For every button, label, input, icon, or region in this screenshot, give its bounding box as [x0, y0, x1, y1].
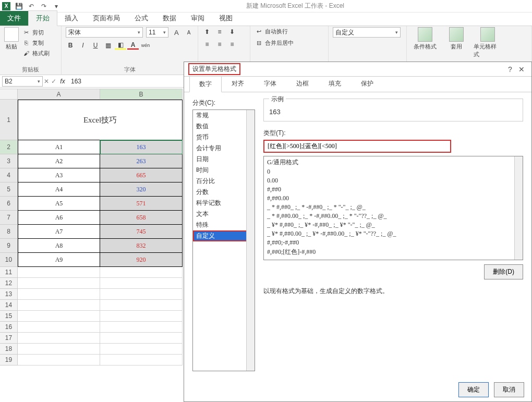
- merge-center-button[interactable]: ⊟合并后居中: [255, 39, 294, 47]
- cell[interactable]: 163: [100, 140, 183, 154]
- type-list-item[interactable]: #,##0.00: [266, 194, 521, 203]
- paste-button[interactable]: 粘贴: [4, 27, 19, 51]
- font-color-button[interactable]: A: [128, 41, 138, 50]
- cell[interactable]: [100, 311, 183, 322]
- tab-view[interactable]: 视图: [212, 11, 240, 26]
- format-type-list[interactable]: G/通用格式00.00#,##0#,##0.00_ * #,##0_ ;_ * …: [263, 156, 523, 260]
- row-header-14[interactable]: 14: [0, 300, 18, 311]
- cancel-entry-icon[interactable]: ✕: [43, 78, 50, 85]
- undo-icon[interactable]: ↶: [27, 2, 35, 10]
- bold-button[interactable]: B: [66, 41, 75, 50]
- cell[interactable]: [100, 344, 183, 355]
- type-list-item[interactable]: _ ¥* #,##0_ ;_ ¥* -#,##0_ ;_ ¥* "-"_ ;_ …: [266, 221, 521, 229]
- row-header-4[interactable]: 4: [0, 168, 18, 182]
- cell[interactable]: [18, 355, 100, 366]
- cell[interactable]: [18, 267, 100, 278]
- cell[interactable]: [18, 300, 100, 311]
- cell[interactable]: A7: [18, 225, 100, 239]
- align-middle-button[interactable]: ≡: [215, 27, 224, 36]
- dlg-tab-fill[interactable]: 填充: [319, 76, 351, 92]
- close-button[interactable]: ✕: [516, 65, 527, 74]
- align-right-button[interactable]: ≡: [227, 40, 237, 49]
- category-item[interactable]: 自定义: [193, 230, 255, 241]
- category-list[interactable]: 常规数值货币会计专用日期时间百分比分数科学记数文本特殊自定义: [192, 109, 255, 371]
- redo-icon[interactable]: ↷: [40, 2, 48, 10]
- cell[interactable]: 665: [100, 168, 183, 182]
- align-bottom-button[interactable]: ⬇: [227, 27, 237, 36]
- cell[interactable]: A8: [18, 239, 100, 253]
- align-center-button[interactable]: ≡: [215, 40, 224, 49]
- cell[interactable]: 320: [100, 182, 183, 197]
- type-list-item[interactable]: _ * #,##0_ ;_ * -#,##0_ ;_ * "-"_ ;_ @_: [266, 203, 521, 212]
- cell[interactable]: 658: [100, 211, 183, 225]
- row-header-18[interactable]: 18: [0, 344, 18, 355]
- save-icon[interactable]: 💾: [15, 2, 23, 10]
- conditional-format-button[interactable]: 条件格式: [411, 27, 439, 51]
- format-painter-button[interactable]: 🖌格式刷: [22, 49, 50, 57]
- underline-button[interactable]: U: [91, 41, 100, 50]
- insert-function-button[interactable]: fx: [57, 78, 68, 85]
- category-item[interactable]: 常规: [193, 110, 255, 121]
- cell[interactable]: 745: [100, 225, 183, 239]
- type-list-item[interactable]: 0.00: [266, 176, 521, 185]
- row-header-12[interactable]: 12: [0, 278, 18, 289]
- row-header-19[interactable]: 19: [0, 355, 18, 366]
- row-header-8[interactable]: 8: [0, 225, 18, 239]
- cell[interactable]: [100, 333, 183, 344]
- tab-page-layout[interactable]: 页面布局: [86, 11, 127, 26]
- category-item[interactable]: 日期: [193, 154, 255, 165]
- cell[interactable]: [18, 311, 100, 322]
- cell[interactable]: A1: [18, 140, 100, 154]
- cell[interactable]: 571: [100, 197, 183, 211]
- cell[interactable]: [100, 278, 183, 289]
- cell[interactable]: A2: [18, 154, 100, 168]
- type-list-item[interactable]: _ * #,##0.00_ ;_ * -#,##0.00_ ;_ * "-"??…: [266, 212, 521, 221]
- row-header-1[interactable]: 1: [0, 100, 18, 140]
- category-item[interactable]: 特殊: [193, 220, 255, 230]
- category-item[interactable]: 文本: [193, 209, 255, 220]
- dlg-tab-border[interactable]: 边框: [286, 76, 319, 92]
- type-list-item[interactable]: _ ¥* #,##0.00_ ;_ ¥* -#,##0.00_ ;_ ¥* "-…: [266, 229, 521, 238]
- tab-insert[interactable]: 插入: [57, 11, 86, 26]
- name-box[interactable]: B2▾: [2, 76, 43, 87]
- shrink-font-button[interactable]: A: [184, 28, 194, 37]
- cell[interactable]: 263: [100, 154, 183, 168]
- row-header-9[interactable]: 9: [0, 239, 18, 253]
- cell[interactable]: [100, 355, 183, 366]
- col-header-a[interactable]: A: [18, 89, 100, 100]
- cell[interactable]: A4: [18, 182, 100, 197]
- category-item[interactable]: 货币: [193, 132, 255, 143]
- dlg-tab-font[interactable]: 字体: [254, 76, 286, 92]
- font-name-combo[interactable]: 宋体▾: [66, 27, 143, 38]
- cell[interactable]: A3: [18, 168, 100, 182]
- number-format-combo[interactable]: 自定义▾: [333, 27, 401, 38]
- tab-review[interactable]: 审阅: [184, 11, 212, 26]
- type-list-item[interactable]: G/通用格式: [266, 157, 521, 167]
- cell[interactable]: [18, 344, 100, 355]
- cell[interactable]: [18, 333, 100, 344]
- cell[interactable]: [100, 300, 183, 311]
- cell[interactable]: 920: [100, 253, 183, 267]
- delete-button[interactable]: 删除(D): [484, 264, 523, 279]
- phonetic-button[interactable]: wén: [141, 41, 150, 50]
- tab-data[interactable]: 数据: [155, 11, 184, 26]
- cell[interactable]: [100, 322, 183, 333]
- format-as-table-button[interactable]: 套用: [442, 27, 470, 51]
- dlg-tab-number[interactable]: 数字: [189, 76, 222, 92]
- cell[interactable]: 832: [100, 239, 183, 253]
- row-header-3[interactable]: 3: [0, 154, 18, 168]
- row-header-7[interactable]: 7: [0, 211, 18, 225]
- wrap-text-button[interactable]: ↩自动换行: [255, 27, 288, 35]
- cell[interactable]: A5: [18, 197, 100, 211]
- col-header-b[interactable]: B: [100, 89, 183, 100]
- dlg-tab-protect[interactable]: 保护: [351, 76, 383, 92]
- category-item[interactable]: 会计专用: [193, 143, 255, 154]
- copy-button[interactable]: ⎘复制: [22, 39, 50, 47]
- category-item[interactable]: 数值: [193, 121, 255, 132]
- title-cell[interactable]: Excel技巧: [18, 100, 183, 140]
- row-header-17[interactable]: 17: [0, 333, 18, 344]
- select-all-corner[interactable]: [0, 89, 18, 100]
- row-header-6[interactable]: 6: [0, 197, 18, 211]
- row-header-2[interactable]: 2: [0, 140, 18, 154]
- dlg-tab-align[interactable]: 对齐: [222, 76, 254, 92]
